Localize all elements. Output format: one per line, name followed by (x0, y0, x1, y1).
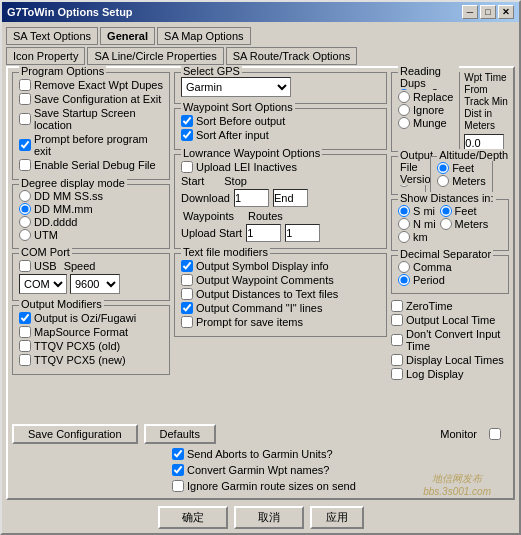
tab-icon[interactable]: Icon Property (6, 47, 85, 65)
ttqv-old-cb[interactable] (19, 340, 31, 352)
minimize-button[interactable]: ─ (462, 5, 478, 19)
close-button[interactable]: ✕ (498, 5, 514, 19)
zerotime-row: ZeroTime (391, 300, 509, 312)
save-startup-cb[interactable] (19, 113, 31, 125)
ozi-cb[interactable] (19, 312, 31, 324)
download-start-input[interactable] (234, 189, 269, 207)
save-config-cb[interactable] (19, 93, 31, 105)
waypoint-sort-group: Waypoint Sort Options Sort Before output… (174, 108, 387, 150)
upload-wpt-input[interactable] (246, 224, 281, 242)
com-port-group: COM Port USB Speed COM1 9600 (12, 253, 170, 301)
output-distances-cb[interactable] (181, 288, 193, 300)
waypoint-sort-label: Waypoint Sort Options (181, 101, 295, 113)
upload-label: Upload Start (181, 227, 242, 239)
download-end-input[interactable] (273, 189, 308, 207)
prompt-exit-cb[interactable] (19, 139, 31, 151)
send-aborts-row: Send Aborts to Garmin Units? (172, 448, 509, 460)
nmi-row: N mi (398, 218, 436, 230)
dist-meters-radio[interactable] (440, 218, 452, 230)
sort-before-row: Sort Before output (181, 115, 380, 127)
deg-utm-radio[interactable] (19, 229, 31, 241)
display-local-row: Display Local Times (391, 354, 509, 366)
sort-after-cb[interactable] (181, 129, 193, 141)
nmi-radio[interactable] (398, 218, 410, 230)
download-label: Download (181, 192, 230, 204)
deg-dd-mm-ss-row: DD MM SS.ss (19, 190, 163, 202)
com-select[interactable]: COM1 (19, 274, 67, 294)
log-display-cb[interactable] (391, 368, 403, 380)
com-port-label: COM Port (19, 246, 72, 258)
save-config-button[interactable]: Save Configuration (12, 424, 138, 444)
munge-row: Munge (398, 117, 453, 129)
no-convert-row: Don't Convert Input Time (391, 328, 509, 352)
title-bar-buttons: ─ □ ✕ (462, 5, 514, 19)
feet-radio[interactable] (437, 162, 449, 174)
output-local-cb[interactable] (391, 314, 403, 326)
send-aborts-cb[interactable] (172, 448, 184, 460)
ignore-radio[interactable] (398, 104, 410, 116)
output-comments-cb[interactable] (181, 274, 193, 286)
upload-rte-input[interactable] (285, 224, 320, 242)
km-radio[interactable] (398, 231, 410, 243)
output-command-cb[interactable] (181, 302, 193, 314)
deg-dd-mm-ss-radio[interactable] (19, 190, 31, 202)
sort-before-cb[interactable] (181, 115, 193, 127)
show-distances-label: Show Distances in: (398, 192, 496, 204)
dist-feet-radio[interactable] (440, 205, 452, 217)
text-file-modifiers-label: Text file modifiers (181, 246, 270, 258)
period-radio[interactable] (398, 274, 410, 286)
tab-route-track[interactable]: SA Route/Track Options (226, 47, 358, 65)
comma-radio[interactable] (398, 261, 410, 273)
remove-dupes-cb[interactable] (19, 79, 31, 91)
prompt-save-cb[interactable] (181, 316, 193, 328)
waypoints-label: Waypoints (183, 210, 234, 222)
convert-garmin-cb[interactable] (172, 464, 184, 476)
monitor-cb[interactable] (489, 428, 501, 440)
log-display-row: Log Display (391, 368, 509, 380)
replace-radio[interactable] (398, 91, 410, 103)
meters-row: Meters (437, 175, 486, 187)
monitor-label: Monitor (440, 428, 477, 440)
baud-select[interactable]: 9600 (70, 274, 120, 294)
km-row: km (398, 231, 436, 243)
wpt-time-label: Wpt Time From Track Min Dist in Meters (464, 72, 509, 132)
ttqv-new-cb[interactable] (19, 354, 31, 366)
gps-select[interactable]: Garmin (181, 77, 291, 97)
altitude-label: Altitude/Depth (437, 149, 510, 161)
degree-display-label: Degree display mode (19, 177, 127, 189)
defaults-button[interactable]: Defaults (144, 424, 216, 444)
lowrance-group: Lowrance Waypoint Options Upload LEI Ina… (174, 154, 387, 249)
mapsource-cb[interactable] (19, 326, 31, 338)
output-symbol-cb[interactable] (181, 260, 193, 272)
tab-sa-text[interactable]: SA Text Options (6, 27, 98, 45)
period-row: Period (398, 274, 502, 286)
select-gps-label: Select GPS (181, 65, 242, 77)
deg-dd-dddd-radio[interactable] (19, 216, 31, 228)
no-convert-cb[interactable] (391, 334, 403, 346)
serial-debug-row: Enable Serial Debug File (19, 159, 163, 171)
output-comments-row: Output Waypoint Comments (181, 274, 380, 286)
output-modifiers-group: Output Modifiers Output is Ozi/Fugawi Ma… (12, 305, 170, 375)
cancel-button[interactable]: 取消 (234, 506, 304, 529)
tab-line-circle[interactable]: SA Line/Circle Properties (87, 47, 223, 65)
deg-utm-row: UTM (19, 229, 163, 241)
zerotime-cb[interactable] (391, 300, 403, 312)
tab-general[interactable]: General (100, 27, 155, 45)
apply-button[interactable]: 应用 (310, 506, 364, 529)
meters-radio[interactable] (437, 175, 449, 187)
title-bar: G7ToWin Options Setup ─ □ ✕ (2, 2, 519, 22)
decimal-sep-label: Decimal Separator (398, 248, 493, 260)
right-checkboxes: ZeroTime Output Local Time Don't Convert… (391, 298, 509, 382)
maximize-button[interactable]: □ (480, 5, 496, 19)
ignore-garmin-cb[interactable] (172, 480, 184, 492)
display-local-cb[interactable] (391, 354, 403, 366)
deg-dd-mm-radio[interactable] (19, 203, 31, 215)
munge-radio[interactable] (398, 117, 410, 129)
smi-radio[interactable] (398, 205, 410, 217)
usb-cb[interactable] (19, 260, 31, 272)
com-baud-row: COM1 9600 (19, 274, 163, 294)
serial-debug-cb[interactable] (19, 159, 31, 171)
upload-lei-cb[interactable] (181, 161, 193, 173)
ok-button[interactable]: 确定 (158, 506, 228, 529)
tab-sa-map[interactable]: SA Map Options (157, 27, 251, 45)
